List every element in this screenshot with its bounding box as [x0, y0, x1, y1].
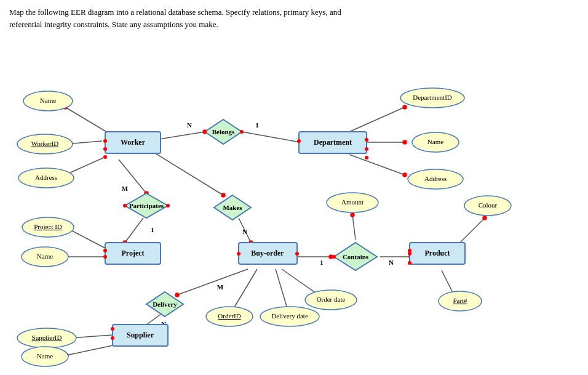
svg-line-26: [66, 344, 119, 355]
svg-point-43: [408, 261, 411, 265]
supplier-label: Supplier: [127, 331, 154, 339]
card-1-belongs: 1: [255, 121, 259, 129]
worker-label: Worker: [121, 138, 146, 147]
svg-line-17: [352, 215, 356, 240]
delivery-label: Delivery: [153, 300, 177, 308]
svg-line-22: [276, 269, 288, 310]
svg-point-40: [332, 255, 336, 259]
svg-line-8: [349, 155, 405, 175]
partnum-text: Part#: [453, 297, 467, 304]
svg-line-5: [242, 132, 300, 142]
intro-text: Map the following EER diagram into a rel…: [9, 6, 563, 30]
card-n-makes: N: [242, 228, 247, 235]
deliverydate-text: Delivery date: [271, 312, 308, 320]
projectid-text: Project ID: [34, 223, 62, 230]
supplier-name-text: Name: [37, 352, 53, 360]
makes-label: Makes: [223, 204, 242, 211]
svg-point-28: [103, 147, 107, 151]
svg-point-35: [365, 156, 368, 159]
svg-point-38: [237, 252, 240, 256]
svg-point-45: [111, 336, 114, 340]
worker-address-text: Address: [35, 174, 57, 181]
svg-point-34: [365, 147, 368, 151]
svg-point-39: [295, 252, 299, 256]
card-n-belongs: N: [187, 121, 192, 129]
card-m-delivery: M: [217, 283, 224, 291]
svg-point-44: [111, 327, 114, 331]
project-label: Project: [121, 249, 144, 257]
deptid-text: DepartmentID: [413, 94, 452, 101]
product-label: Product: [424, 249, 450, 257]
svg-point-36: [103, 249, 107, 252]
svg-point-33: [365, 138, 368, 142]
svg-point-37: [103, 255, 107, 259]
orderid-text: OrderID: [218, 312, 240, 320]
svg-line-1: [65, 107, 106, 132]
eer-diagram: N 1 M 1 N 1 N M N Worker Department Proj…: [11, 36, 577, 363]
svg-point-32: [297, 139, 301, 143]
buyorder-label: Buy-order: [251, 249, 284, 257]
svg-point-31: [240, 130, 244, 134]
svg-line-6: [349, 107, 405, 132]
amount-text: Amount: [341, 198, 364, 206]
svg-line-3: [65, 156, 106, 175]
dept-address-text: Address: [424, 175, 447, 182]
worker-name-text: Name: [40, 97, 56, 104]
supplierid-text: SupplierID: [32, 334, 62, 341]
svg-line-19: [442, 270, 454, 295]
card-n-contains: N: [389, 259, 394, 266]
department-label: Department: [314, 138, 352, 147]
svg-line-23: [177, 269, 248, 295]
participates-label: Participates: [129, 202, 164, 209]
card-1-contains: 1: [320, 259, 324, 266]
svg-line-20: [282, 269, 319, 295]
svg-line-10: [125, 218, 143, 243]
card-1-participates: 1: [151, 226, 154, 233]
dept-name-text: Name: [427, 138, 443, 145]
colour-text: Colour: [479, 201, 498, 209]
workerid-text: WorkerID: [31, 140, 58, 147]
svg-point-46: [123, 204, 127, 208]
svg-point-30: [203, 130, 207, 134]
svg-point-27: [103, 139, 107, 143]
belongs-label: Belongs: [212, 128, 235, 135]
contains-label: Contains: [343, 253, 369, 260]
orderdate-text: Order date: [317, 296, 346, 303]
svg-point-29: [103, 155, 107, 159]
svg-point-47: [166, 204, 170, 208]
svg-line-21: [232, 269, 257, 310]
project-name-text: Name: [37, 252, 53, 260]
svg-point-42: [408, 249, 411, 252]
card-m-participates: M: [122, 185, 129, 192]
